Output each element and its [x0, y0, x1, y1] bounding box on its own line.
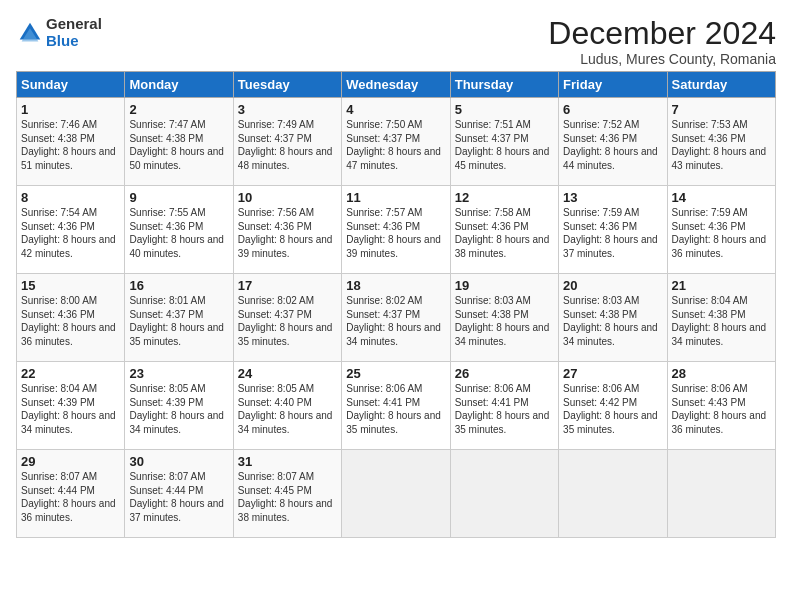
table-row: 29Sunrise: 8:07 AMSunset: 4:44 PMDayligh…	[17, 450, 125, 538]
day-number: 23	[129, 366, 228, 381]
table-row: 13Sunrise: 7:59 AMSunset: 4:36 PMDayligh…	[559, 186, 667, 274]
table-row: 28Sunrise: 8:06 AMSunset: 4:43 PMDayligh…	[667, 362, 775, 450]
cell-info: Sunrise: 7:59 AMSunset: 4:36 PMDaylight:…	[672, 207, 767, 259]
cell-info: Sunrise: 8:07 AMSunset: 4:44 PMDaylight:…	[21, 471, 116, 523]
table-row: 19Sunrise: 8:03 AMSunset: 4:38 PMDayligh…	[450, 274, 558, 362]
day-number: 28	[672, 366, 771, 381]
day-number: 13	[563, 190, 662, 205]
day-number: 18	[346, 278, 445, 293]
col-thursday: Thursday	[450, 72, 558, 98]
day-number: 22	[21, 366, 120, 381]
cell-info: Sunrise: 8:04 AMSunset: 4:38 PMDaylight:…	[672, 295, 767, 347]
table-row: 31Sunrise: 8:07 AMSunset: 4:45 PMDayligh…	[233, 450, 341, 538]
logo-icon	[16, 19, 44, 47]
day-number: 31	[238, 454, 337, 469]
week-row-2: 8Sunrise: 7:54 AMSunset: 4:36 PMDaylight…	[17, 186, 776, 274]
cell-info: Sunrise: 8:00 AMSunset: 4:36 PMDaylight:…	[21, 295, 116, 347]
cell-info: Sunrise: 7:47 AMSunset: 4:38 PMDaylight:…	[129, 119, 224, 171]
month-title: December 2024	[548, 16, 776, 51]
logo: General Blue	[16, 16, 102, 49]
table-row: 12Sunrise: 7:58 AMSunset: 4:36 PMDayligh…	[450, 186, 558, 274]
cell-info: Sunrise: 7:54 AMSunset: 4:36 PMDaylight:…	[21, 207, 116, 259]
week-row-1: 1Sunrise: 7:46 AMSunset: 4:38 PMDaylight…	[17, 98, 776, 186]
col-wednesday: Wednesday	[342, 72, 450, 98]
table-row: 25Sunrise: 8:06 AMSunset: 4:41 PMDayligh…	[342, 362, 450, 450]
table-row: 16Sunrise: 8:01 AMSunset: 4:37 PMDayligh…	[125, 274, 233, 362]
table-row: 24Sunrise: 8:05 AMSunset: 4:40 PMDayligh…	[233, 362, 341, 450]
page-container: General Blue December 2024 Ludus, Mures …	[0, 0, 792, 546]
table-row: 7Sunrise: 7:53 AMSunset: 4:36 PMDaylight…	[667, 98, 775, 186]
table-row: 3Sunrise: 7:49 AMSunset: 4:37 PMDaylight…	[233, 98, 341, 186]
location: Ludus, Mures County, Romania	[548, 51, 776, 67]
cell-info: Sunrise: 8:03 AMSunset: 4:38 PMDaylight:…	[563, 295, 658, 347]
logo-blue: Blue	[46, 33, 102, 50]
day-number: 16	[129, 278, 228, 293]
table-row: 30Sunrise: 8:07 AMSunset: 4:44 PMDayligh…	[125, 450, 233, 538]
cell-info: Sunrise: 7:56 AMSunset: 4:36 PMDaylight:…	[238, 207, 333, 259]
cell-info: Sunrise: 7:52 AMSunset: 4:36 PMDaylight:…	[563, 119, 658, 171]
cell-info: Sunrise: 7:55 AMSunset: 4:36 PMDaylight:…	[129, 207, 224, 259]
title-block: December 2024 Ludus, Mures County, Roman…	[548, 16, 776, 67]
day-number: 3	[238, 102, 337, 117]
table-row	[667, 450, 775, 538]
col-monday: Monday	[125, 72, 233, 98]
day-number: 20	[563, 278, 662, 293]
cell-info: Sunrise: 8:05 AMSunset: 4:39 PMDaylight:…	[129, 383, 224, 435]
day-number: 17	[238, 278, 337, 293]
cell-info: Sunrise: 7:59 AMSunset: 4:36 PMDaylight:…	[563, 207, 658, 259]
day-number: 15	[21, 278, 120, 293]
day-number: 25	[346, 366, 445, 381]
table-row: 4Sunrise: 7:50 AMSunset: 4:37 PMDaylight…	[342, 98, 450, 186]
table-row: 14Sunrise: 7:59 AMSunset: 4:36 PMDayligh…	[667, 186, 775, 274]
cell-info: Sunrise: 8:06 AMSunset: 4:41 PMDaylight:…	[455, 383, 550, 435]
table-row: 8Sunrise: 7:54 AMSunset: 4:36 PMDaylight…	[17, 186, 125, 274]
cell-info: Sunrise: 8:06 AMSunset: 4:42 PMDaylight:…	[563, 383, 658, 435]
week-row-5: 29Sunrise: 8:07 AMSunset: 4:44 PMDayligh…	[17, 450, 776, 538]
cell-info: Sunrise: 8:02 AMSunset: 4:37 PMDaylight:…	[346, 295, 441, 347]
cell-info: Sunrise: 8:05 AMSunset: 4:40 PMDaylight:…	[238, 383, 333, 435]
day-number: 26	[455, 366, 554, 381]
cell-info: Sunrise: 8:07 AMSunset: 4:45 PMDaylight:…	[238, 471, 333, 523]
day-number: 10	[238, 190, 337, 205]
header: General Blue December 2024 Ludus, Mures …	[16, 16, 776, 67]
logo-text: General Blue	[46, 16, 102, 49]
table-row: 10Sunrise: 7:56 AMSunset: 4:36 PMDayligh…	[233, 186, 341, 274]
calendar-table: Sunday Monday Tuesday Wednesday Thursday…	[16, 71, 776, 538]
table-row	[559, 450, 667, 538]
day-number: 8	[21, 190, 120, 205]
logo-general: General	[46, 16, 102, 33]
table-row: 5Sunrise: 7:51 AMSunset: 4:37 PMDaylight…	[450, 98, 558, 186]
table-row: 27Sunrise: 8:06 AMSunset: 4:42 PMDayligh…	[559, 362, 667, 450]
cell-info: Sunrise: 7:49 AMSunset: 4:37 PMDaylight:…	[238, 119, 333, 171]
table-row: 17Sunrise: 8:02 AMSunset: 4:37 PMDayligh…	[233, 274, 341, 362]
table-row: 23Sunrise: 8:05 AMSunset: 4:39 PMDayligh…	[125, 362, 233, 450]
cell-info: Sunrise: 7:58 AMSunset: 4:36 PMDaylight:…	[455, 207, 550, 259]
day-number: 27	[563, 366, 662, 381]
day-number: 7	[672, 102, 771, 117]
table-row: 6Sunrise: 7:52 AMSunset: 4:36 PMDaylight…	[559, 98, 667, 186]
day-number: 5	[455, 102, 554, 117]
table-row: 18Sunrise: 8:02 AMSunset: 4:37 PMDayligh…	[342, 274, 450, 362]
table-row: 26Sunrise: 8:06 AMSunset: 4:41 PMDayligh…	[450, 362, 558, 450]
day-number: 12	[455, 190, 554, 205]
day-number: 24	[238, 366, 337, 381]
table-row: 20Sunrise: 8:03 AMSunset: 4:38 PMDayligh…	[559, 274, 667, 362]
table-row	[342, 450, 450, 538]
cell-info: Sunrise: 8:07 AMSunset: 4:44 PMDaylight:…	[129, 471, 224, 523]
cell-info: Sunrise: 7:46 AMSunset: 4:38 PMDaylight:…	[21, 119, 116, 171]
week-row-3: 15Sunrise: 8:00 AMSunset: 4:36 PMDayligh…	[17, 274, 776, 362]
cell-info: Sunrise: 7:57 AMSunset: 4:36 PMDaylight:…	[346, 207, 441, 259]
week-row-4: 22Sunrise: 8:04 AMSunset: 4:39 PMDayligh…	[17, 362, 776, 450]
day-number: 30	[129, 454, 228, 469]
cell-info: Sunrise: 8:01 AMSunset: 4:37 PMDaylight:…	[129, 295, 224, 347]
col-tuesday: Tuesday	[233, 72, 341, 98]
table-row: 15Sunrise: 8:00 AMSunset: 4:36 PMDayligh…	[17, 274, 125, 362]
cell-info: Sunrise: 7:51 AMSunset: 4:37 PMDaylight:…	[455, 119, 550, 171]
table-row: 22Sunrise: 8:04 AMSunset: 4:39 PMDayligh…	[17, 362, 125, 450]
col-sunday: Sunday	[17, 72, 125, 98]
cell-info: Sunrise: 8:02 AMSunset: 4:37 PMDaylight:…	[238, 295, 333, 347]
day-number: 29	[21, 454, 120, 469]
cell-info: Sunrise: 8:04 AMSunset: 4:39 PMDaylight:…	[21, 383, 116, 435]
table-row: 9Sunrise: 7:55 AMSunset: 4:36 PMDaylight…	[125, 186, 233, 274]
day-number: 6	[563, 102, 662, 117]
